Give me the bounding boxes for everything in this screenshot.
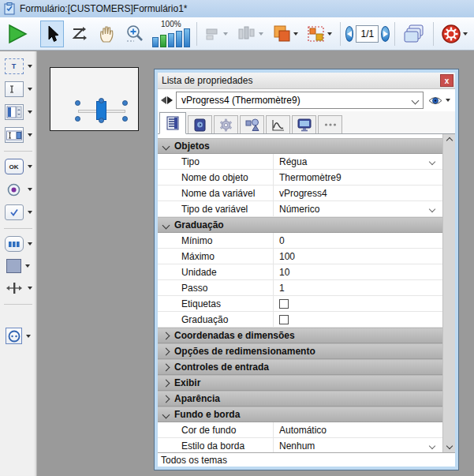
chevron-down-icon[interactable] bbox=[446, 99, 450, 102]
vertical-scrollbar[interactable] bbox=[442, 134, 455, 452]
tab-more[interactable] bbox=[318, 115, 342, 133]
section-graduacao[interactable]: Graduação bbox=[158, 217, 442, 233]
previous-page-button[interactable] bbox=[345, 26, 354, 42]
panel-titlebar[interactable]: Lista de propriedades x bbox=[158, 73, 455, 89]
window-list-button[interactable] bbox=[400, 21, 428, 47]
run-button[interactable] bbox=[3, 21, 32, 47]
chevron-down-icon[interactable] bbox=[28, 211, 32, 214]
property-value-text[interactable]: Automático bbox=[274, 422, 442, 437]
chevron-down-icon[interactable] bbox=[28, 188, 32, 191]
property-row-estilo-da-borda: Estilo da borda Nenhum bbox=[158, 438, 442, 452]
property-value-dropdown[interactable]: Régua bbox=[274, 154, 442, 169]
property-value-text[interactable]: 100 bbox=[274, 249, 442, 264]
chevron-down-icon[interactable] bbox=[25, 264, 30, 268]
property-value-text[interactable]: 1 bbox=[274, 280, 442, 295]
property-value-text[interactable]: Thermomètre9 bbox=[274, 170, 442, 185]
next-page-button[interactable] bbox=[381, 26, 390, 42]
property-value-text[interactable]: 0 bbox=[274, 233, 442, 248]
chevron-down-icon[interactable] bbox=[28, 88, 32, 91]
tab-style[interactable] bbox=[188, 115, 212, 133]
visibility-filter-button[interactable] bbox=[427, 95, 452, 107]
scroll-down-button[interactable] bbox=[443, 440, 455, 452]
chevron-down-icon[interactable] bbox=[293, 32, 298, 36]
window-titlebar: Formulário:[CUSTOMERS]Formulário1* bbox=[0, 0, 474, 17]
toolbox-combo-box[interactable] bbox=[5, 127, 32, 143]
selection-handle[interactable] bbox=[122, 116, 128, 122]
toolbox-socket[interactable] bbox=[6, 328, 31, 344]
toolbox-list-box[interactable] bbox=[5, 104, 32, 120]
selection-handle[interactable] bbox=[99, 118, 104, 123]
zoom-level-bars[interactable] bbox=[152, 28, 190, 47]
pan-tool-button[interactable] bbox=[94, 21, 119, 47]
chevron-down-icon[interactable] bbox=[429, 158, 435, 164]
tab-settings[interactable] bbox=[214, 115, 238, 133]
property-value-text[interactable]: 10 bbox=[274, 264, 442, 279]
layer-order-button[interactable] bbox=[269, 21, 301, 47]
zoom-tool-button[interactable] bbox=[121, 21, 148, 47]
zoom-bar-3[interactable] bbox=[168, 33, 174, 47]
chevron-down-icon[interactable] bbox=[28, 111, 32, 114]
form-canvas[interactable] bbox=[50, 67, 139, 131]
chevron-down-icon[interactable] bbox=[412, 96, 420, 104]
chevron-down-icon[interactable] bbox=[429, 442, 435, 448]
toolbox-progress-bar[interactable] bbox=[5, 236, 32, 252]
settings-button[interactable] bbox=[438, 21, 471, 47]
zoom-bar-2-selected[interactable] bbox=[160, 35, 166, 47]
chevron-down-icon[interactable] bbox=[463, 32, 468, 36]
toolbox-ok-button[interactable]: OK bbox=[5, 159, 32, 174]
zoom-level-control[interactable]: 100% bbox=[152, 21, 190, 47]
selection-handle[interactable] bbox=[122, 100, 128, 106]
previous-control-icon[interactable] bbox=[161, 96, 166, 104]
toolbox-shape[interactable] bbox=[6, 259, 30, 273]
tab-general-properties[interactable] bbox=[159, 112, 186, 134]
tab-order-button[interactable] bbox=[66, 21, 91, 47]
section-exibir[interactable]: Exibir bbox=[158, 375, 442, 391]
tab-controls[interactable] bbox=[240, 115, 264, 133]
property-rows: Objetos Tipo Régua Nome do objeto Thermo… bbox=[158, 134, 442, 452]
chevron-down-icon[interactable] bbox=[28, 133, 32, 137]
checkbox-unchecked[interactable] bbox=[279, 315, 289, 324]
close-button[interactable]: x bbox=[440, 74, 453, 87]
toolbox-splitter[interactable] bbox=[5, 280, 32, 296]
control-selector-row: vProgress4 (Thermomètre9) bbox=[158, 89, 455, 111]
anchor-button[interactable] bbox=[304, 21, 335, 47]
scroll-up-button[interactable] bbox=[443, 134, 455, 147]
zoom-bar-1[interactable] bbox=[152, 37, 159, 47]
section-controles-entrada[interactable]: Controles de entrada bbox=[158, 359, 442, 375]
zoom-bar-5[interactable] bbox=[184, 28, 190, 47]
checkbox-unchecked[interactable] bbox=[279, 299, 289, 309]
chevron-down-icon[interactable] bbox=[26, 335, 31, 338]
zoom-bar-4[interactable] bbox=[176, 31, 182, 47]
chevron-down-icon[interactable] bbox=[28, 287, 32, 290]
chevron-down-icon[interactable] bbox=[28, 65, 32, 68]
next-control-icon[interactable] bbox=[167, 96, 173, 104]
chevron-down-icon[interactable] bbox=[429, 205, 435, 212]
section-coordenadas[interactable]: Coordenadas e dimensões bbox=[158, 328, 442, 343]
toolbox-check-box[interactable] bbox=[5, 204, 32, 220]
chevron-down-icon[interactable] bbox=[327, 32, 332, 36]
window-title: Formulário:[CUSTOMERS]Formulário1* bbox=[20, 3, 188, 14]
select-tool-button[interactable] bbox=[40, 21, 64, 47]
section-opcoes-redimensionamento[interactable]: Opções de redimensionamento bbox=[158, 343, 442, 359]
selection-handle[interactable] bbox=[75, 100, 80, 106]
property-value-dropdown[interactable]: Númerico bbox=[274, 201, 442, 216]
chevron-collapsed-icon bbox=[162, 380, 170, 388]
selection-handle[interactable] bbox=[75, 116, 80, 122]
tab-chart[interactable] bbox=[266, 115, 290, 133]
toolbox-radio-button[interactable] bbox=[5, 182, 32, 197]
control-selector[interactable]: vProgress4 (Thermomètre9) bbox=[176, 92, 424, 109]
section-aparencia[interactable]: Aparência bbox=[158, 391, 442, 407]
property-value-text[interactable]: vProgress4 bbox=[274, 186, 442, 201]
section-objetos[interactable]: Objetos bbox=[158, 138, 442, 154]
monitor-icon bbox=[297, 118, 312, 132]
selection-handle[interactable] bbox=[99, 98, 104, 103]
toolbox-static-text[interactable]: T bbox=[5, 58, 32, 74]
tab-display[interactable] bbox=[292, 115, 316, 133]
property-value-dropdown[interactable]: Nenhum bbox=[274, 438, 442, 452]
toolbox-edit-box[interactable] bbox=[5, 81, 32, 97]
chevron-down-icon[interactable] bbox=[28, 165, 32, 168]
panel-tabstrip bbox=[158, 111, 455, 134]
page-indicator[interactable]: 1/1 bbox=[356, 25, 379, 43]
chevron-down-icon[interactable] bbox=[28, 242, 32, 245]
section-fundo-e-borda[interactable]: Fundo e borda bbox=[158, 407, 442, 422]
